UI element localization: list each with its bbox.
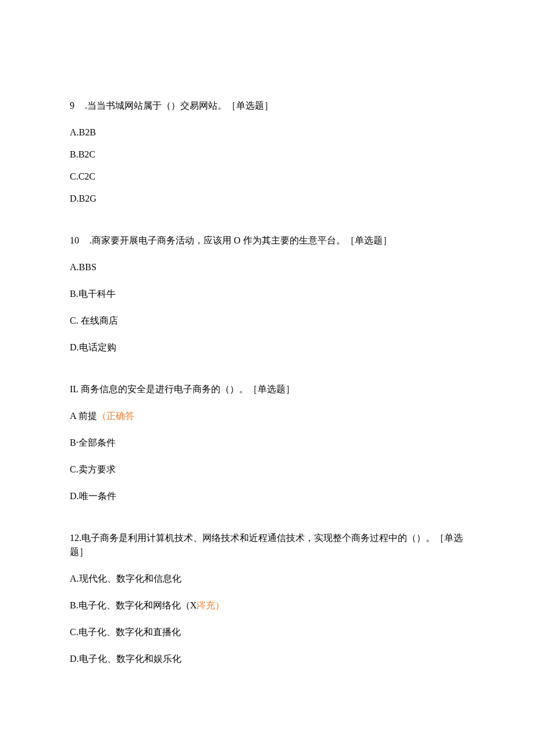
question-stem: 9.当当书城网站属于（）交易网站。［单选题］ (70, 99, 465, 113)
question-stem: IL 商务信息的安全是进行电子商务的（）。［单选题］ (70, 382, 465, 396)
option-b: B·全部条件 (70, 436, 465, 450)
question-number: 12. (70, 533, 81, 543)
option-c: C.C2C (70, 170, 465, 184)
option-a: A.BBS (70, 260, 465, 274)
answer-hint: （正确答 (97, 411, 134, 421)
option-d: D.电子化、数字化和娱乐化 (70, 652, 465, 666)
option-text: B.电子化、数字化和网络化（X (70, 600, 197, 610)
option-a: A 前提（正确答 (70, 409, 465, 423)
question-stem-text: 商务信息的安全是进行电子商务的（）。［单选题］ (81, 384, 295, 394)
option-c: C.电子化、数字化和直播化 (70, 625, 465, 639)
question-stem-text: .商家要开展电子商务活动，应该用 O 作为其主要的生意平台。［单选题］ (90, 235, 392, 245)
question-stem: 10.商家要开展电子商务活动，应该用 O 作为其主要的生意平台。［单选题］ (70, 234, 465, 248)
option-a: A.B2B (70, 126, 465, 139)
question-stem-text: .当当书城网站属于（）交易网站。［单选题］ (85, 101, 273, 110)
option-d: D.唯一条件 (70, 489, 465, 503)
answer-hint: 涔充） (197, 600, 224, 610)
question-10: 10.商家要开展电子商务活动，应该用 O 作为其主要的生意平台。［单选题］ A.… (70, 234, 465, 354)
option-b: B.电干科牛 (70, 287, 465, 301)
question-number: IL (70, 384, 79, 394)
question-number: 9 (70, 101, 74, 110)
option-d: D.B2G (70, 192, 465, 206)
question-11: IL 商务信息的安全是进行电子商务的（）。［单选题］ A 前提（正确答 B·全部… (70, 382, 465, 503)
question-12: 12.电子商务是利用计算机技术、网络技术和近程通信技术，实现整个商务过程中的（）… (70, 531, 465, 666)
option-d: D.电话定购 (70, 341, 465, 354)
question-number: 10 (70, 235, 79, 245)
option-b: B.电子化、数字化和网络化（X涔充） (70, 599, 465, 612)
option-c: C.卖方要求 (70, 463, 465, 476)
question-9: 9.当当书城网站属于（）交易网站。［单选题］ A.B2B B.B2C C.C2C… (70, 99, 465, 206)
question-stem: 12.电子商务是利用计算机技术、网络技术和近程通信技术，实现整个商务过程中的（）… (70, 531, 465, 559)
question-stem-text: 电子商务是利用计算机技术、网络技术和近程通信技术，实现整个商务过程中的（）。［单… (70, 533, 463, 557)
option-a: A.现代化、数字化和信息化 (70, 572, 465, 586)
option-text: A 前提 (70, 411, 97, 421)
option-c: C. 在线商店 (70, 314, 465, 328)
option-b: B.B2C (70, 148, 465, 162)
